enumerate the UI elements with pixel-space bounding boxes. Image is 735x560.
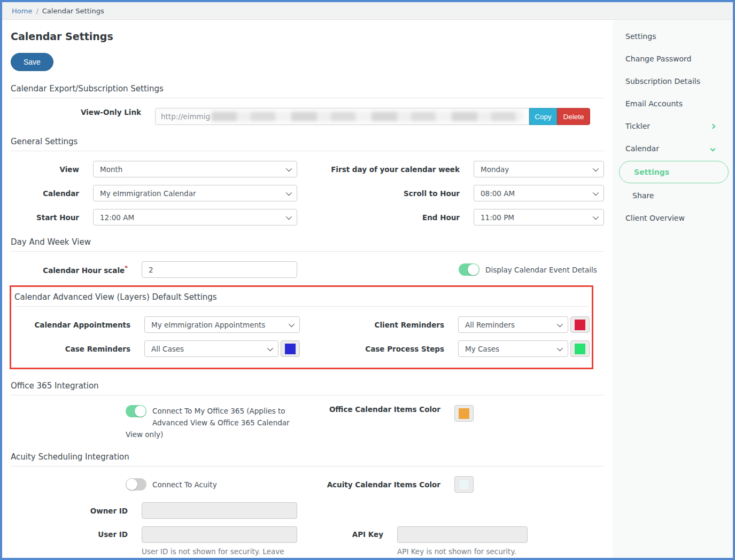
calendar-settings-panel: Calendar Settings Save Calendar Export/S… xyxy=(2,20,613,560)
calendar-appointments-label: Calendar Appointments xyxy=(13,321,144,329)
app-window: Home / Calendar Settings Calendar Settin… xyxy=(0,0,735,560)
scroll-to-hour-select[interactable]: 08:00 AM xyxy=(474,185,604,201)
chevron-down-icon xyxy=(557,321,563,326)
chevron-down-icon xyxy=(289,321,295,326)
sidebar-item-tickler[interactable]: Tickler xyxy=(618,115,730,137)
chevron-down-icon xyxy=(593,189,599,195)
copy-button[interactable]: Copy xyxy=(529,108,557,125)
calendar-select[interactable]: My eImmigration Calendar xyxy=(93,185,297,201)
start-hour-select[interactable]: 12:00 AM xyxy=(93,209,297,225)
chevron-down-icon xyxy=(267,345,273,351)
office365-section-heading: Office 365 Integration xyxy=(11,381,604,395)
general-section-heading: General Settings xyxy=(11,137,604,151)
owner-id-label: Owner ID xyxy=(11,507,142,515)
view-only-link-input[interactable]: http://eimmig xyxy=(155,108,529,125)
user-id-label: User ID xyxy=(11,530,142,539)
user-id-input[interactable] xyxy=(142,526,297,543)
api-key-label: API Key xyxy=(310,530,397,539)
sidebar-item-email-accounts[interactable]: Email Accounts xyxy=(618,92,730,115)
acuity-color-label: Acuity Calendar Items Color xyxy=(310,480,454,489)
advanced-settings-highlight-box: Calendar Advanced View (Layers) Default … xyxy=(10,285,593,369)
acuity-section-heading: Acuity Scheduling Integration xyxy=(11,452,604,466)
end-hour-select[interactable]: 11:00 PM xyxy=(474,209,604,225)
view-label: View xyxy=(11,165,93,174)
case-reminders-color-swatch xyxy=(285,344,296,354)
office-color-label: Office Calendar Items Color xyxy=(310,405,454,414)
end-hour-label: End Hour xyxy=(310,213,474,222)
chevron-down-icon xyxy=(593,165,599,171)
case-process-steps-color-button[interactable] xyxy=(570,340,590,357)
calendar-label: Calendar xyxy=(11,189,93,198)
chevron-down-icon xyxy=(557,345,563,351)
display-event-details-toggle[interactable] xyxy=(459,263,479,276)
case-process-steps-label: Case Process Steps xyxy=(313,345,458,353)
display-event-details-label: Display Calendar Event Details xyxy=(485,266,597,274)
user-id-help-text: User ID is not shown for security. Leave… xyxy=(142,547,302,560)
chevron-down-icon xyxy=(286,165,292,171)
sidebar-item-subscription-details[interactable]: Subscription Details xyxy=(618,70,730,92)
sidebar-item-client-overview[interactable]: Client Overview xyxy=(618,207,730,229)
breadcrumb-current: Calendar Settings xyxy=(42,7,104,15)
settings-sidebar: Settings Change Password Subscription De… xyxy=(613,20,733,229)
delete-button[interactable]: Delete xyxy=(557,108,590,125)
case-reminders-color-button[interactable] xyxy=(281,340,300,357)
sidebar-subitem-calendar-settings[interactable]: Settings xyxy=(619,161,729,183)
hour-scale-input[interactable] xyxy=(142,261,297,278)
hour-scale-label: Calendar Hour scale* xyxy=(11,265,142,275)
view-only-link-value: http://eimmig xyxy=(161,112,210,121)
view-select[interactable]: Month xyxy=(93,161,297,177)
breadcrumb: Home / Calendar Settings xyxy=(2,2,733,20)
chevron-down-icon xyxy=(286,189,292,195)
export-section-heading: Calendar Export/Subscription Settings xyxy=(11,84,604,98)
view-only-link-label: View-Only Link xyxy=(11,108,155,125)
connect-acuity-toggle[interactable] xyxy=(126,478,146,491)
chevron-down-icon xyxy=(286,213,292,219)
acuity-color-swatch xyxy=(459,479,469,490)
sidebar-item-calendar[interactable]: Calendar xyxy=(618,137,730,160)
breadcrumb-separator: / xyxy=(36,7,38,15)
chevron-down-icon xyxy=(710,146,716,151)
breadcrumb-home-link[interactable]: Home xyxy=(12,7,32,15)
day-week-section-heading: Day And Week View xyxy=(11,237,604,252)
connect-office365-label: Connect To My Office 365 (Applies to Adv… xyxy=(126,407,290,439)
owner-id-input[interactable] xyxy=(142,502,297,519)
client-reminders-select[interactable]: All Reminders xyxy=(458,316,568,333)
advanced-section-heading: Calendar Advanced View (Layers) Default … xyxy=(14,292,589,307)
case-process-steps-color-swatch xyxy=(575,344,585,354)
scroll-to-hour-label: Scroll to Hour xyxy=(310,189,474,198)
client-reminders-color-swatch xyxy=(575,320,585,330)
office-color-swatch xyxy=(459,408,469,419)
case-process-steps-select[interactable]: My Cases xyxy=(458,340,568,357)
first-day-select[interactable]: Monday xyxy=(474,161,604,177)
acuity-color-button[interactable] xyxy=(454,476,474,493)
redacted-link-blur xyxy=(211,112,523,121)
connect-office365-toggle[interactable] xyxy=(126,405,146,417)
case-reminders-select[interactable]: All Cases xyxy=(144,340,278,357)
client-reminders-color-button[interactable] xyxy=(570,316,590,333)
start-hour-label: Start Hour xyxy=(11,213,93,222)
api-key-input[interactable] xyxy=(397,526,528,543)
chevron-down-icon xyxy=(593,213,599,219)
connect-acuity-label: Connect To Acuity xyxy=(152,480,217,489)
first-day-label: First day of your calendar week xyxy=(310,165,474,174)
chevron-right-icon xyxy=(710,123,716,129)
case-reminders-label: Case Reminders xyxy=(13,345,144,353)
save-button[interactable]: Save xyxy=(11,53,53,71)
sidebar-item-settings[interactable]: Settings xyxy=(618,25,730,48)
calendar-appointments-select[interactable]: My eImmigration Appointments xyxy=(144,316,300,333)
api-key-help-text: API Key is not shown for security. Leave… xyxy=(397,547,531,560)
sidebar-subitem-calendar-share[interactable]: Share xyxy=(618,184,730,207)
office-color-button[interactable] xyxy=(454,405,474,422)
required-asterisk: * xyxy=(125,265,128,271)
client-reminders-label: Client Reminders xyxy=(313,321,458,329)
page-title: Calendar Settings xyxy=(11,30,604,42)
sidebar-item-change-password[interactable]: Change Password xyxy=(618,48,730,70)
